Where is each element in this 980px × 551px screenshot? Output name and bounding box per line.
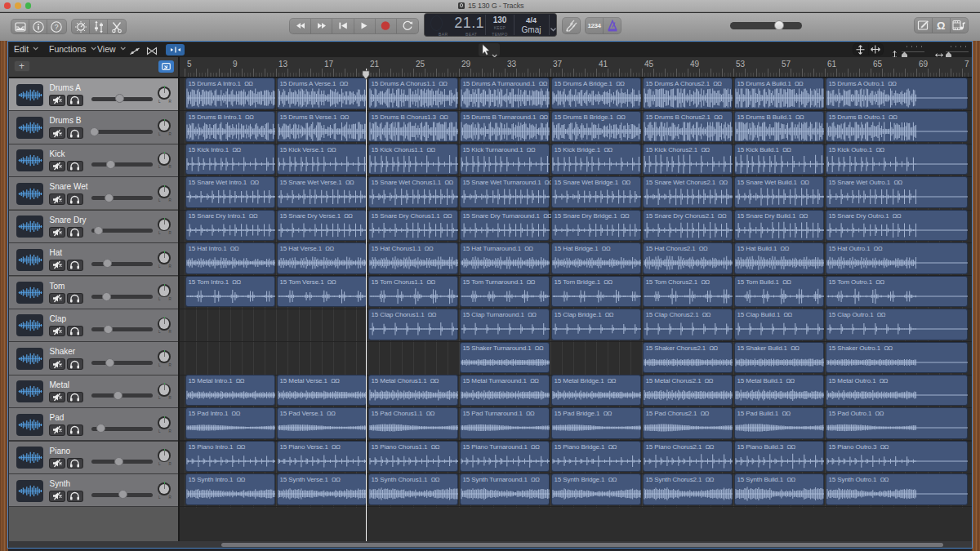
svg-text:?: ? (55, 23, 59, 31)
